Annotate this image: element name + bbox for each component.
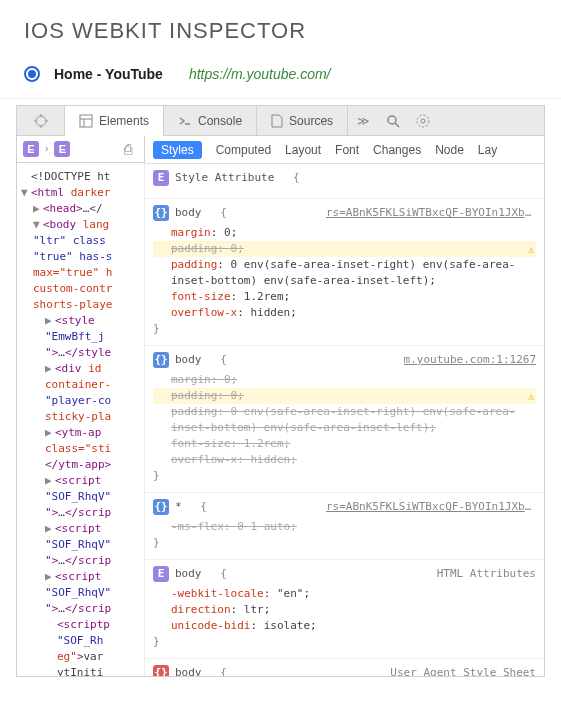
- tab-layers[interactable]: Lay: [478, 143, 497, 157]
- rule-badge-icon: {}: [153, 499, 169, 515]
- tab-computed[interactable]: Computed: [216, 143, 271, 157]
- svg-point-11: [421, 119, 425, 123]
- tab-changes[interactable]: Changes: [373, 143, 421, 157]
- dom-node[interactable]: ▶<script: [21, 521, 144, 537]
- breadcrumb-current[interactable]: E: [54, 141, 70, 157]
- svg-point-9: [388, 116, 396, 124]
- devtools-window: Elements Console Sources ≫ E › E ⎙: [16, 105, 545, 677]
- styles-pane[interactable]: E Style Attribute { {} body { rs=ABnK5FK…: [145, 164, 544, 676]
- more-tabs-icon[interactable]: ≫: [354, 112, 372, 130]
- origin-link[interactable]: rs=ABnK5FKLSiWTBxcQF-BYOIn1JXbjgIKH6w:1:…: [326, 205, 536, 221]
- sources-icon: [271, 114, 283, 128]
- dom-node[interactable]: ▶<script: [21, 569, 144, 585]
- tab-layout[interactable]: Layout: [285, 143, 321, 157]
- svg-line-10: [395, 123, 399, 127]
- elements-icon: [79, 114, 93, 128]
- dom-node[interactable]: ▶<script: [21, 473, 144, 489]
- app-header: IOS WEBKIT INSPECTOR: [0, 0, 561, 54]
- style-section-ua[interactable]: {} body { User Agent Style Sheet display…: [145, 659, 544, 676]
- dom-node[interactable]: <!DOCTYPE ht: [21, 169, 144, 185]
- target-row[interactable]: Home - YouTube https://m.youtube.com/: [0, 54, 561, 99]
- target-url[interactable]: https://m.youtube.com/: [189, 66, 331, 82]
- style-section-attribute[interactable]: E Style Attribute {: [145, 164, 544, 199]
- svg-rect-5: [80, 115, 92, 127]
- dom-node[interactable]: ▶<head>…</: [21, 201, 144, 217]
- breadcrumb-root[interactable]: E: [23, 141, 39, 157]
- rule-badge-icon: {}: [153, 352, 169, 368]
- element-badge-icon: E: [153, 170, 169, 186]
- dom-node[interactable]: ▶<div id: [21, 361, 144, 377]
- origin-label: HTML Attributes: [437, 566, 536, 582]
- origin-label: User Agent Style Sheet: [390, 665, 536, 676]
- rule-badge-icon: {}: [153, 205, 169, 221]
- devtools-toolbar: Elements Console Sources ≫: [17, 106, 544, 136]
- tab-node[interactable]: Node: [435, 143, 464, 157]
- svg-point-12: [417, 115, 429, 127]
- tab-font[interactable]: Font: [335, 143, 359, 157]
- main-panels: E › E ⎙ <!DOCTYPE ht ▼<html darker ▶<hea…: [17, 136, 544, 676]
- print-icon[interactable]: ⎙: [118, 141, 138, 157]
- target-title: Home - YouTube: [54, 66, 163, 82]
- console-icon: [178, 114, 192, 128]
- target-radio[interactable]: [24, 66, 40, 82]
- search-icon[interactable]: [384, 112, 402, 130]
- dom-node[interactable]: ▼<html darker: [21, 185, 144, 201]
- settings-icon[interactable]: [414, 112, 432, 130]
- inspect-element-icon[interactable]: [17, 106, 65, 136]
- ua-badge-icon: {}: [153, 665, 169, 676]
- dom-node[interactable]: ▶<ytm-ap: [21, 425, 144, 441]
- tab-elements[interactable]: Elements: [65, 106, 163, 136]
- style-section-rule[interactable]: {} * { rs=ABnK5FKLSiWTBxcQF-BYOIn1JXbjgI…: [145, 493, 544, 560]
- dom-node[interactable]: <scriptp: [21, 617, 144, 633]
- tab-sources[interactable]: Sources: [257, 106, 347, 136]
- style-section-rule[interactable]: {} body { m.youtube.com:1:1267 margin: 0…: [145, 346, 544, 493]
- origin-link[interactable]: m.youtube.com:1:1267: [404, 352, 536, 368]
- dom-node[interactable]: ▶<style: [21, 313, 144, 329]
- styles-tabs: Styles Computed Layout Font Changes Node…: [145, 136, 544, 164]
- style-section-rule[interactable]: {} body { rs=ABnK5FKLSiWTBxcQF-BYOIn1JXb…: [145, 199, 544, 346]
- dom-node[interactable]: ▼<body lang: [21, 217, 144, 233]
- chevron-right-icon: ›: [45, 143, 48, 154]
- style-section-html-attrs[interactable]: E body { HTML Attributes -webkit-locale:…: [145, 560, 544, 659]
- tab-console[interactable]: Console: [164, 106, 256, 136]
- dom-tree[interactable]: <!DOCTYPE ht ▼<html darker ▶<head>…</ ▼<…: [17, 163, 145, 676]
- svg-point-0: [36, 116, 46, 126]
- origin-link[interactable]: rs=ABnK5FKLSiWTBxcQF-BYOIn1JXbjgIKH6w:1:…: [326, 499, 536, 515]
- breadcrumb-bar: E › E ⎙: [17, 136, 145, 163]
- tab-styles[interactable]: Styles: [153, 141, 202, 159]
- element-badge-icon: E: [153, 566, 169, 582]
- app-title: IOS WEBKIT INSPECTOR: [24, 18, 537, 44]
